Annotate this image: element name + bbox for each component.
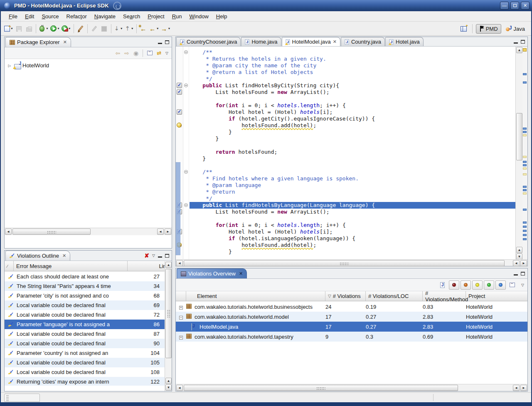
back-button[interactable]: ←▼ — [148, 24, 160, 34]
run-button[interactable]: ▼ — [49, 24, 61, 34]
priority-3-filter-button[interactable] — [472, 281, 483, 290]
violations-per-loc-column-header[interactable]: # Violations/LOC — [366, 291, 423, 301]
violation-row[interactable]: Parameter 'country' is not assigned an10… — [5, 348, 165, 358]
project-column-header[interactable]: Project — [466, 291, 527, 301]
scroll-left-button2[interactable]: ◄ — [157, 229, 164, 235]
menu-refactor[interactable]: Refactor — [63, 12, 91, 21]
editor-tab-countrychooser-java[interactable]: CountryChooser.java — [176, 37, 241, 46]
scroll-thumb[interactable] — [165, 269, 172, 358]
editor-tab-home-java[interactable]: Home.java — [241, 37, 281, 46]
violation-marker-icon[interactable] — [177, 89, 182, 95]
menu-edit[interactable]: Edit — [21, 12, 38, 21]
scroll-up-button[interactable]: ▲ — [516, 47, 522, 53]
violation-marker-icon[interactable] — [177, 109, 182, 115]
close-tab-icon[interactable]: ✕ — [333, 39, 337, 44]
minimize-view-button[interactable] — [158, 254, 162, 258]
collapse-all-icon[interactable] — [147, 51, 153, 55]
editor-hscrollbar[interactable]: ◄ ◄ ► — [176, 259, 527, 266]
outline-vscrollbar[interactable]: ▲ ▲ ▼ — [165, 261, 172, 391]
view-menu-icon[interactable]: ▽ — [521, 283, 524, 287]
debug-button[interactable]: ▼ — [38, 24, 49, 34]
overview-violation-mark[interactable] — [523, 186, 527, 188]
close-view-icon[interactable]: ✕ — [63, 39, 67, 45]
expand-toggle-icon[interactable]: + — [176, 334, 186, 340]
minimize-view-button[interactable] — [514, 272, 518, 276]
new-wizard-button[interactable]: ▼ — [3, 24, 14, 34]
overview-row[interactable]: +com.wakaleo.tutorials.hotelworld.busine… — [176, 302, 527, 312]
dropdown-arrow-icon[interactable]: ▼ — [168, 27, 171, 30]
overview-ruler[interactable] — [522, 47, 527, 260]
scroll-down-button[interactable]: ▼ — [516, 253, 522, 260]
editor-vscrollbar[interactable]: ▲ ▲ ▼ — [515, 47, 522, 260]
remove-violation-button[interactable]: ✘ — [144, 252, 149, 259]
overview-violation-mark[interactable] — [523, 230, 527, 232]
overview-violation-mark[interactable] — [523, 221, 527, 224]
violation-row[interactable]: Local variable could be declared final69 — [5, 300, 165, 310]
maximize-view-button[interactable] — [165, 40, 169, 44]
overview-violation-mark[interactable] — [523, 73, 527, 75]
close-button[interactable]: ✕ — [521, 2, 530, 10]
fast-view-bar[interactable] — [4, 394, 40, 402]
annotation-ruler[interactable] — [176, 47, 183, 260]
minimize-button[interactable]: — — [500, 2, 509, 10]
violation-row[interactable]: Each class should declare at least one27 — [5, 272, 165, 281]
quickfix-bulb-icon[interactable] — [177, 123, 182, 128]
expand-toggle-icon[interactable]: − — [176, 314, 186, 320]
dropdown-arrow-icon[interactable]: ▼ — [120, 27, 123, 30]
overview-violation-mark[interactable] — [523, 226, 527, 228]
perspective-pmd[interactable]: PMD — [476, 24, 501, 34]
overview-warning-mark[interactable] — [523, 173, 527, 175]
scroll-thumb[interactable] — [184, 385, 458, 391]
open-perspective-button[interactable] — [459, 24, 469, 34]
violations-column-header[interactable]: ▽# Violations — [325, 291, 366, 301]
collapse-fold-icon[interactable] — [184, 203, 188, 207]
scroll-thumb[interactable] — [12, 229, 91, 235]
show-violations-to-file-button[interactable] — [437, 281, 448, 290]
perspective-java[interactable]: Java — [503, 25, 528, 33]
violations-per-method-column-header[interactable]: # Violations/Method — [423, 291, 466, 301]
prev-annotation-button[interactable]: ⇡▼ — [124, 24, 135, 34]
link-with-editor-icon[interactable]: ⇄ — [157, 50, 161, 56]
expand-toggle-icon[interactable]: + — [176, 304, 186, 310]
close-view-icon[interactable]: ✕ — [239, 271, 243, 276]
overview-row[interactable]: −com.wakaleo.tutorials.hotelworld.model1… — [176, 312, 527, 322]
maximize-button[interactable] — [510, 2, 519, 10]
code-editor[interactable]: /** * Returns the hotels in a given city… — [176, 47, 527, 260]
priority-2-filter-button[interactable] — [461, 281, 471, 290]
expand-arrow-icon[interactable]: ▷ — [7, 64, 12, 68]
menu-project[interactable]: Project — [144, 12, 168, 21]
editor-tab-country-java[interactable]: Country.java — [341, 37, 385, 46]
close-view-icon[interactable]: ✕ — [62, 253, 66, 258]
editor-tab-hotelmodel-java[interactable]: HotelModel.java✕ — [282, 37, 340, 46]
overview-row[interactable]: HotelModel.java170.272.83HotelWorld — [176, 322, 527, 332]
scroll-left-button2[interactable]: ◄ — [513, 260, 520, 266]
minimize-editor-button[interactable] — [514, 40, 518, 44]
violations-overview-tab[interactable]: Violations Overview ✕ — [177, 268, 247, 278]
violation-row[interactable]: Local variable could be declared final87 — [5, 329, 165, 339]
collapse-all-button[interactable] — [507, 281, 517, 290]
overview-mark-top[interactable] — [523, 48, 527, 52]
scroll-left-button[interactable]: ◄ — [176, 385, 183, 391]
title-bar[interactable]: PMD - HotelModel.java - Eclipse SDK — ✕ — [0, 0, 532, 11]
collapse-fold-icon[interactable] — [184, 170, 188, 174]
menu-help[interactable]: Help — [212, 12, 231, 21]
minimize-view-button[interactable] — [158, 40, 162, 44]
up-nav-icon[interactable]: ◉ — [133, 50, 138, 57]
overview-warning-mark[interactable] — [523, 156, 527, 158]
forward-button[interactable]: →▼ — [160, 24, 172, 34]
violation-row[interactable]: Local variable could be declared final10… — [5, 358, 165, 367]
scroll-thumb[interactable] — [516, 113, 522, 160]
overview-violation-mark[interactable] — [523, 81, 527, 84]
dropdown-arrow-icon[interactable]: ▼ — [68, 27, 71, 30]
element-column-header[interactable]: Element — [195, 291, 325, 301]
overview-violation-mark[interactable] — [523, 189, 527, 191]
menu-search[interactable]: Search — [119, 12, 144, 21]
maximize-view-button[interactable] — [165, 254, 169, 258]
collapse-fold-icon[interactable] — [184, 84, 188, 87]
scroll-up-button2[interactable]: ▲ — [165, 378, 172, 384]
violation-row[interactable]: Local variable could be declared final72 — [5, 310, 165, 320]
maximize-editor-button[interactable] — [521, 40, 525, 44]
scroll-left-button[interactable]: ◄ — [5, 229, 12, 235]
view-menu-icon[interactable]: ▽ — [152, 253, 155, 258]
overview-violation-mark[interactable] — [523, 131, 527, 133]
